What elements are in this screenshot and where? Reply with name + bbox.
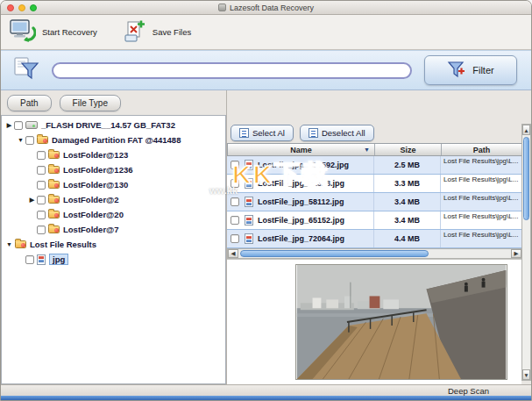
save-files-icon — [122, 19, 146, 45]
filter-bar: Filter — [1, 50, 531, 90]
folder-icon — [48, 196, 60, 204]
scroll-left-icon[interactable]: ◀ — [228, 249, 238, 258]
tab-path[interactable]: Path — [7, 95, 52, 111]
scroll-down-icon[interactable]: ▼ — [522, 369, 530, 380]
tree-item-lostfolder-130[interactable]: LostFolder@130 — [2, 177, 225, 192]
horizontal-scroll-thumb[interactable] — [240, 250, 429, 257]
vertical-scroll-thumb[interactable] — [523, 137, 529, 220]
file-path: Lost File Results\jpg\L... — [441, 175, 521, 192]
tree-item-lostfolder-2[interactable]: ▶ LostFolder@2 — [2, 192, 225, 207]
column-header-name[interactable]: Name ▼ — [228, 144, 375, 155]
tree-checkbox[interactable] — [37, 166, 46, 175]
row-checkbox[interactable] — [231, 234, 239, 243]
app-window: Lazesoft Data Recovery Start Recovery — [0, 0, 532, 401]
row-checkbox[interactable] — [231, 216, 239, 225]
folder-icon — [48, 226, 60, 233]
horizontal-scrollbar[interactable]: ◀ ▶ — [227, 248, 521, 259]
filter-label: Filter — [472, 65, 493, 75]
filter-input[interactable] — [52, 62, 412, 79]
sort-icon[interactable]: ▼ — [364, 147, 370, 153]
jpg-file-icon — [245, 197, 253, 207]
select-all-button[interactable]: Select Al — [231, 125, 294, 141]
scroll-right-icon[interactable]: ▶ — [511, 249, 521, 258]
table-row[interactable]: LostFile_jpg_65152.jpg 3.4 MB Lost File … — [227, 211, 521, 230]
row-checkbox[interactable] — [231, 197, 239, 206]
tree-checkbox[interactable] — [25, 255, 34, 264]
file-path: Lost File Results\jpg\L... — [441, 211, 521, 229]
tree-item-lostfolder-20[interactable]: LostFolder@20 — [2, 207, 225, 222]
deselect-all-button[interactable]: Deselect All — [300, 125, 374, 141]
table-row[interactable]: LostFile_jpg_58112.jpg 3.4 MB Lost File … — [227, 193, 521, 211]
file-name: LostFile_jpg_72064.jpg — [258, 234, 344, 243]
file-name-cell: LostFile_jpg_72064.jpg — [227, 230, 374, 247]
start-recovery-button[interactable]: Start Recovery — [10, 19, 97, 45]
jpg-file-icon — [245, 233, 253, 244]
tree-item-lostfolder-7[interactable]: LostFolder@7 — [2, 222, 225, 237]
tree-checkbox[interactable] — [25, 136, 34, 145]
file-name-cell: LostFile_jpg_51328.jpg — [227, 175, 374, 192]
table-row[interactable]: LostFile_jpg_456592.jpg 2.5 MB Lost File… — [227, 156, 521, 175]
column-name-label: Name — [290, 146, 312, 154]
tree-checkbox[interactable] — [37, 211, 46, 219]
preview-image — [295, 264, 507, 380]
tree-item-flash-drive[interactable]: ▶ _FLASH DRIVE__14.57 GB_FAT32 — [2, 118, 225, 132]
tree-item-label: LostFolder@20 — [63, 210, 124, 219]
file-type-icon — [37, 254, 46, 265]
tree-item-damaged-partition[interactable]: ▼ Damaged Partition FAT @441488 — [2, 132, 225, 147]
tab-path-label: Path — [20, 98, 39, 108]
column-header-path[interactable]: Path — [442, 144, 521, 155]
folder-icon — [48, 181, 60, 189]
tree-item-label: Damaged Partition FAT @441488 — [52, 135, 181, 145]
folder-icon — [48, 151, 60, 159]
tree-checkbox[interactable] — [37, 181, 46, 190]
jpg-file-icon — [245, 215, 253, 226]
tree-checkbox[interactable] — [37, 226, 46, 234]
row-checkbox[interactable] — [231, 179, 239, 188]
folder-icon — [48, 211, 60, 218]
minimize-button[interactable] — [18, 4, 25, 11]
tree-item-lost-file-results[interactable]: ▼ Lost File Results — [2, 237, 225, 252]
select-all-icon — [239, 128, 249, 138]
file-name-cell: LostFile_jpg_65152.jpg — [227, 211, 374, 229]
expander-icon[interactable]: ▼ — [4, 237, 14, 252]
tree-item-lostfolder-123[interactable]: LostFolder@123 — [2, 147, 225, 162]
column-path-label: Path — [473, 146, 491, 154]
tree-item-label: LostFolder@1236 — [63, 165, 132, 175]
file-size: 4.4 MB — [374, 230, 441, 247]
tree-item-jpg[interactable]: jpg — [2, 252, 225, 267]
scroll-up-icon[interactable]: ▲ — [522, 125, 530, 135]
close-button[interactable] — [7, 4, 14, 11]
deselect-all-icon — [309, 128, 318, 138]
file-name: LostFile_jpg_456592.jpg — [258, 161, 349, 169]
vertical-scroll-track[interactable] — [522, 222, 530, 369]
selection-toolbar: Select Al Deselect All — [227, 122, 521, 143]
tab-file-type-label: File Type — [73, 98, 108, 108]
window-controls — [7, 4, 37, 11]
filter-funnel-icon — [447, 60, 466, 81]
file-table: LostFile_jpg_456592.jpg 2.5 MB Lost File… — [227, 156, 521, 248]
file-panel: Select Al Deselect All Name ▼ Size — [227, 90, 531, 384]
drive-icon — [25, 121, 38, 129]
table-row[interactable]: LostFile_jpg_51328.jpg 3.3 MB Lost File … — [227, 175, 521, 193]
vertical-scrollbar[interactable]: ▲ ▼ — [521, 124, 531, 381]
expander-icon[interactable]: ▶ — [27, 192, 37, 207]
tree-item-label: Lost File Results — [30, 240, 96, 249]
save-files-button[interactable]: Save Files — [122, 19, 191, 45]
tree-checkbox[interactable] — [37, 151, 46, 160]
expander-icon[interactable]: ▼ — [16, 132, 25, 147]
tab-file-type[interactable]: File Type — [60, 95, 121, 111]
tree-item-lostfolder-1236[interactable]: LostFolder@1236 — [2, 162, 225, 177]
tree-checkbox[interactable] — [14, 121, 23, 130]
zoom-button[interactable] — [30, 4, 37, 11]
row-checkbox[interactable] — [231, 161, 239, 169]
column-header-size[interactable]: Size — [375, 144, 442, 155]
tree-item-label: LostFolder@130 — [63, 180, 128, 190]
tree-item-label: LostFolder@123 — [63, 150, 128, 160]
file-path: Lost File Results\jpg\L... — [441, 230, 521, 247]
filter-button[interactable]: Filter — [424, 55, 517, 85]
titlebar: Lazesoft Data Recovery — [1, 1, 531, 15]
horizontal-scroll-track[interactable] — [429, 249, 511, 258]
expander-icon[interactable]: ▶ — [4, 118, 14, 132]
tree-checkbox[interactable] — [37, 196, 46, 204]
table-row[interactable]: LostFile_jpg_72064.jpg 4.4 MB Lost File … — [227, 230, 521, 248]
